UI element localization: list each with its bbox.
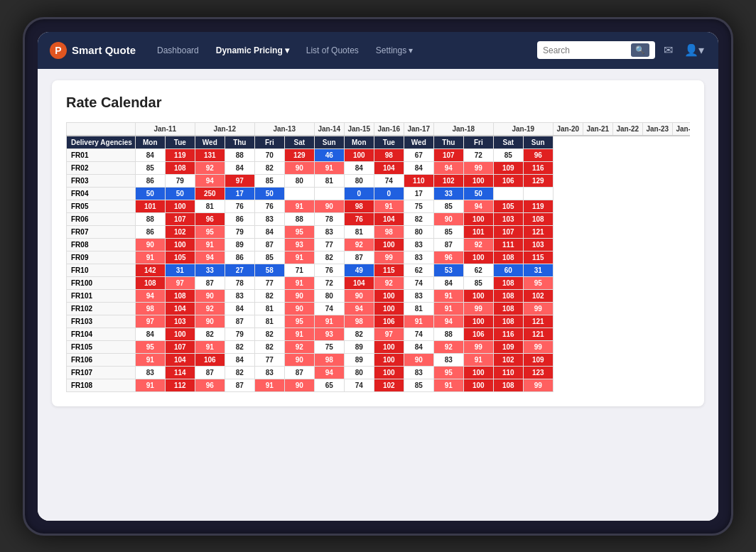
value-cell: 108 — [493, 289, 523, 302]
value-cell: 70 — [254, 148, 284, 161]
value-cell: 86 — [135, 225, 165, 238]
value-cell: 90 — [284, 302, 314, 315]
value-cell: 0 — [374, 187, 404, 200]
value-cell: 85 — [404, 379, 433, 391]
value-cell: 100 — [463, 379, 493, 391]
agency-cell: FR07 — [67, 225, 136, 238]
agency-cell: FR108 — [67, 379, 136, 391]
value-cell: 94 — [314, 366, 344, 379]
value-cell: 82 — [195, 328, 225, 340]
value-cell: 85 — [433, 225, 463, 238]
agency-header — [67, 122, 136, 136]
value-cell — [523, 187, 553, 200]
value-cell: 100 — [165, 328, 195, 340]
agency-cell: FR106 — [67, 353, 136, 366]
value-cell: 95 — [195, 225, 225, 238]
value-cell: 129 — [284, 148, 314, 161]
value-cell: 94 — [344, 302, 374, 315]
value-cell: 91 — [404, 315, 433, 328]
value-cell: 100 — [374, 289, 404, 302]
date-jan19: Jan-19 — [493, 122, 553, 136]
value-cell: 82 — [314, 251, 344, 264]
date-header-row: Jan-11 Jan-12 Jan-13 Jan-14 Jan-15 Jan-1… — [67, 122, 691, 136]
value-cell: 87 — [284, 366, 314, 379]
value-cell: 67 — [404, 148, 433, 161]
value-cell: 76 — [314, 264, 344, 276]
table-row: FR10484100827982919382977488106116121 — [67, 328, 691, 340]
rate-calendar-table: Jan-11 Jan-12 Jan-13 Jan-14 Jan-15 Jan-1… — [66, 122, 690, 392]
value-cell: 83 — [225, 289, 254, 302]
value-cell: 76 — [225, 200, 254, 212]
date-jan23: Jan-23 — [642, 122, 672, 136]
nav-dashboard[interactable]: Dashboard — [150, 41, 206, 60]
user-icon[interactable]: 👤▾ — [681, 40, 707, 60]
value-cell: 100 — [463, 315, 493, 328]
mail-icon[interactable]: ✉ — [661, 40, 676, 60]
day-mon2: Mon — [344, 136, 374, 149]
settings-dropdown-arrow-icon: ▾ — [409, 45, 413, 55]
value-cell: 80 — [344, 174, 374, 187]
agency-cell: FR09 — [67, 251, 136, 264]
value-cell: 83 — [404, 238, 433, 251]
search-button[interactable]: 🔍 — [631, 43, 649, 57]
value-cell: 105 — [493, 200, 523, 212]
value-cell: 102 — [165, 225, 195, 238]
value-cell: 102 — [433, 174, 463, 187]
nav-dynamic-pricing[interactable]: Dynamic Pricing ▾ — [209, 41, 296, 60]
value-cell: 86 — [225, 251, 254, 264]
agency-cell: FR107 — [67, 366, 136, 379]
value-cell: 46 — [314, 148, 344, 161]
value-cell: 75 — [314, 340, 344, 353]
value-cell: 108 — [493, 302, 523, 315]
value-cell: 82 — [254, 328, 284, 340]
value-cell: 83 — [254, 212, 284, 225]
value-cell: 99 — [463, 302, 493, 315]
table-row: FR1001089787787791721049274848510895 — [67, 276, 691, 289]
value-cell — [284, 187, 314, 200]
date-jan12: Jan-12 — [195, 122, 254, 136]
value-cell: 92 — [284, 340, 314, 353]
value-cell: 93 — [284, 238, 314, 251]
value-cell: 83 — [254, 366, 284, 379]
value-cell: 85 — [433, 200, 463, 212]
content-area: Rate Calendar Jan-11 Jan-12 Jan-13 Jan-1… — [38, 69, 718, 521]
day-thu2: Thu — [433, 136, 463, 149]
value-cell: 123 — [523, 366, 553, 379]
value-cell: 107 — [165, 340, 195, 353]
table-row: FR03867994978580818074110102100106129 — [67, 174, 691, 187]
value-cell: 50 — [165, 187, 195, 200]
value-cell: 74 — [314, 302, 344, 315]
value-cell: 109 — [493, 161, 523, 174]
value-cell: 121 — [523, 328, 553, 340]
value-cell: 91 — [463, 353, 493, 366]
value-cell: 96 — [195, 379, 225, 391]
value-cell: 100 — [463, 212, 493, 225]
nav-list-quotes[interactable]: List of Quotes — [299, 41, 366, 60]
value-cell: 105 — [165, 251, 195, 264]
value-cell: 82 — [225, 340, 254, 353]
value-cell: 96 — [433, 251, 463, 264]
value-cell: 84 — [404, 340, 433, 353]
tablet-frame: P Smart Quote Dashboard Dynamic Pricing … — [23, 17, 733, 536]
value-cell: 78 — [225, 276, 254, 289]
value-cell: 98 — [314, 353, 344, 366]
date-jan14: Jan-14 — [314, 122, 344, 136]
date-jan16: Jan-16 — [374, 122, 404, 136]
value-cell: 88 — [225, 148, 254, 161]
value-cell: 72 — [314, 276, 344, 289]
rate-table-wrapper[interactable]: Jan-11 Jan-12 Jan-13 Jan-14 Jan-15 Jan-1… — [66, 122, 690, 392]
value-cell: 100 — [463, 251, 493, 264]
day-sun2: Sun — [523, 136, 553, 149]
agency-cell: FR100 — [67, 276, 136, 289]
search-input[interactable] — [543, 45, 628, 55]
value-cell: 98 — [344, 315, 374, 328]
value-cell: 84 — [225, 161, 254, 174]
table-row: FR045050250175000173350 — [67, 187, 691, 200]
nav-settings[interactable]: Settings ▾ — [369, 41, 420, 60]
table-row: FR106911041068477909889100908391102109 — [67, 353, 691, 366]
value-cell: 116 — [493, 328, 523, 340]
value-cell: 93 — [314, 328, 344, 340]
value-cell: 115 — [523, 251, 553, 264]
value-cell: 85 — [254, 174, 284, 187]
value-cell: 91 — [135, 251, 165, 264]
